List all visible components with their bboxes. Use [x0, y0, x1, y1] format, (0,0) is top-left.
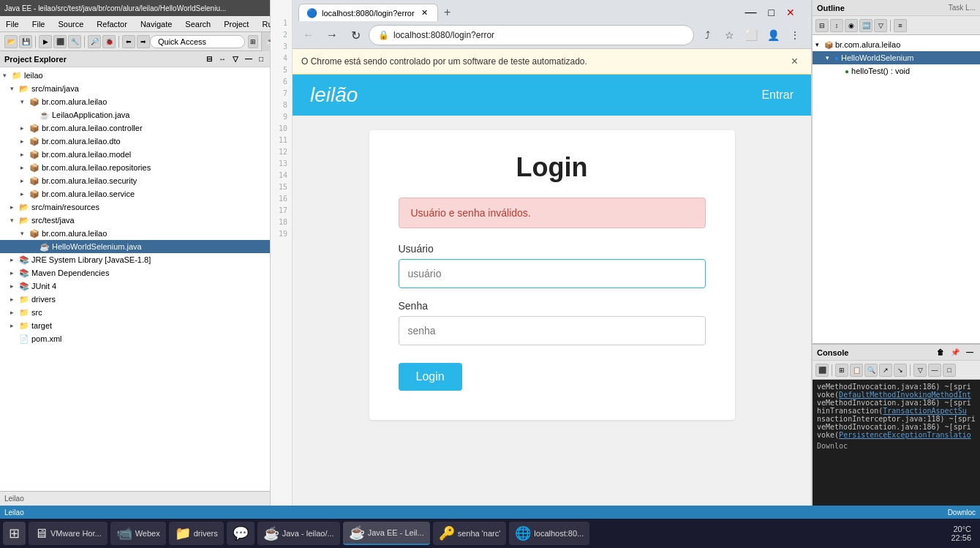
tree-item-pkg-test[interactable]: ▾ 📦 br.com.alura.leilao: [0, 227, 270, 240]
outline-tb-4[interactable]: 🔤: [859, 19, 872, 32]
menu-file[interactable]: File: [3, 19, 22, 29]
menu-source[interactable]: Source: [55, 19, 86, 29]
tree-item-pkg-service[interactable]: ▸ 📦 br.com.alura.leilao.service: [0, 187, 270, 200]
toolbar-btn-6[interactable]: 🔎: [88, 35, 101, 48]
chrome-menu-button[interactable]: ⋮: [785, 25, 805, 45]
window-minimize-icon[interactable]: —: [741, 4, 761, 20]
console-minimize-icon[interactable]: —: [964, 348, 976, 357]
console-tb-maximize[interactable]: □: [943, 364, 956, 377]
toolbar-icon-1[interactable]: ⊞: [248, 35, 258, 48]
console-link-2[interactable]: TransactionAspectSu: [883, 407, 966, 415]
link-editor-icon[interactable]: ↔: [216, 54, 228, 64]
taskbar-webex[interactable]: 📹 Webex: [110, 522, 166, 545]
menu-refactor[interactable]: Refactor: [94, 19, 130, 29]
menu-project[interactable]: Project: [221, 19, 252, 29]
account-button[interactable]: 👤: [763, 25, 783, 45]
taskbar-start[interactable]: ⊞: [3, 522, 26, 545]
taskbar-drivers[interactable]: 📁 drivers: [169, 522, 224, 545]
tree-item-pkg-root[interactable]: ▾ 📦 br.com.alura.leilao: [0, 95, 270, 108]
console-tb-5[interactable]: ↘: [894, 364, 907, 377]
address-bar[interactable]: 🔒 localhost:8080/login?error: [369, 25, 694, 45]
tree-item-target[interactable]: ▸ 📁 target: [0, 319, 270, 332]
toolbar-btn-2[interactable]: 💾: [19, 35, 32, 48]
console-tb-2[interactable]: 📋: [850, 364, 863, 377]
console-link-1[interactable]: DefaultMethodInvokingMethodInt: [839, 391, 971, 399]
toolbar-btn-7[interactable]: 🐞: [102, 35, 116, 48]
tree-item-pkg-security[interactable]: ▸ 📦 br.com.alura.leilao.security: [0, 174, 270, 187]
taskbar-java-ee-leil[interactable]: ☕ Java EE - Leil...: [343, 522, 430, 545]
browser-tab[interactable]: 🔵 localhost:8080/login?error ✕: [298, 4, 438, 21]
outline-class[interactable]: ▾ ● HelloWorldSelenium: [813, 51, 980, 64]
toolbar-btn-5[interactable]: 🔧: [68, 35, 81, 48]
console-tb-3[interactable]: 🔍: [864, 364, 878, 377]
toolbar-btn-3[interactable]: ▶: [39, 35, 52, 48]
console-tb-1[interactable]: ⊞: [835, 364, 848, 377]
tree-label-src-main-resources: src/main/resources: [31, 203, 99, 211]
tree-item-jre[interactable]: ▸ 📚 JRE System Library [JavaSE-1.8]: [0, 253, 270, 266]
console-clear-icon[interactable]: 🗑: [935, 348, 946, 357]
usuario-input[interactable]: [399, 259, 706, 288]
back-button[interactable]: ←: [298, 25, 319, 45]
forward-button[interactable]: →: [322, 25, 342, 45]
new-tab-button[interactable]: +: [438, 3, 457, 22]
view-menu-icon[interactable]: ▽: [230, 54, 241, 64]
outline-method[interactable]: ● helloTest() : void: [813, 64, 980, 78]
console-tb-6[interactable]: ▽: [913, 364, 927, 377]
tree-item-leilao[interactable]: ▾ 📁 leilao: [0, 69, 270, 82]
toolbar-btn-4[interactable]: ⬛: [53, 35, 67, 48]
bookmark-share-button[interactable]: ⤴: [697, 25, 717, 45]
senha-input[interactable]: [399, 316, 706, 345]
menu-edit[interactable]: File: [29, 19, 48, 29]
minimize-icon[interactable]: —: [243, 54, 255, 64]
tree-item-src-main-java[interactable]: ▾ 📂 src/main/java: [0, 82, 270, 95]
tree-item-pkg-model[interactable]: ▸ 📦 br.com.alura.leilao.model: [0, 148, 270, 161]
quick-access-input[interactable]: [150, 35, 245, 48]
tree-item-maven[interactable]: ▸ 📚 Maven Dependencies: [0, 266, 270, 279]
tree-item-junit[interactable]: ▸ 📚 JUnit 4: [0, 279, 270, 293]
tree-item-src-test-java[interactable]: ▾ 📂 src/test/java: [0, 214, 270, 227]
tree-label-pkg-model: br.com.alura.leilao.model: [42, 150, 131, 159]
tree-item-pkg-dto[interactable]: ▸ 📦 br.com.alura.leilao.dto: [0, 135, 270, 148]
window-close-icon[interactable]: ✕: [782, 5, 799, 20]
taskbar-vmware[interactable]: 🖥 VMware Hor...: [29, 522, 108, 545]
console-tb-minimize[interactable]: —: [928, 364, 941, 377]
toolbar-btn-1[interactable]: 📂: [4, 35, 18, 48]
menu-navigate[interactable]: Navigate: [137, 19, 175, 29]
bookmark-button[interactable]: ☆: [719, 25, 739, 45]
taskbar-java-leilao[interactable]: ☕ Java - leilao/...: [257, 522, 340, 545]
entrar-link[interactable]: Entrar: [761, 89, 794, 102]
tree-item-helloworld[interactable]: ☕ HelloWorldSelenium.java: [0, 240, 270, 253]
tree-item-drivers[interactable]: ▸ 📁 drivers: [0, 293, 270, 306]
menu-search[interactable]: Search: [182, 19, 214, 29]
tree-item-pomxml[interactable]: 📄 pom.xml: [0, 332, 270, 345]
taskbar-teams[interactable]: 💬: [227, 522, 255, 545]
tree-item-src-main-resources[interactable]: ▸ 📂 src/main/resources: [0, 200, 270, 214]
maximize-icon[interactable]: □: [257, 54, 265, 64]
login-button[interactable]: Login: [399, 363, 462, 391]
console-pin-icon[interactable]: 📌: [949, 348, 962, 357]
taskbar-senha[interactable]: 🔑 senha 'narc': [433, 522, 507, 545]
outline-tb-6[interactable]: ≡: [894, 19, 907, 32]
tree-item-leilao-application[interactable]: ☕ LeilaoApplication.java: [0, 108, 270, 121]
console-tb-4[interactable]: ↗: [879, 364, 892, 377]
tablet-mode-button[interactable]: ⬜: [741, 25, 761, 45]
collapse-all-icon[interactable]: ⊟: [204, 54, 214, 64]
tree-item-pkg-controller[interactable]: ▸ 📦 br.com.alura.leilao.controller: [0, 121, 270, 135]
toolbar-btn-8[interactable]: ⬅: [122, 35, 135, 48]
window-maximize-icon[interactable]: □: [764, 5, 779, 20]
automation-banner-close[interactable]: ×: [787, 53, 802, 70]
outline-tb-5[interactable]: ▽: [874, 19, 887, 32]
reload-button[interactable]: ↻: [345, 25, 366, 45]
outline-package[interactable]: ▾ 📦 br.com.alura.leilao: [813, 38, 980, 51]
console-link-3[interactable]: PersistenceExceptionTranslatio: [839, 431, 971, 439]
outline-tb-3[interactable]: ◉: [845, 19, 858, 32]
outline-tb-2[interactable]: ↕: [830, 19, 843, 32]
tree-item-src[interactable]: ▸ 📁 src: [0, 306, 270, 319]
tab-close-button[interactable]: ✕: [419, 7, 430, 18]
console-tb-stop[interactable]: ⬛: [815, 364, 829, 377]
tree-item-pkg-repositories[interactable]: ▸ 📦 br.com.alura.leilao.repositories: [0, 161, 270, 174]
taskbar-localhost[interactable]: 🌐 localhost:80...: [509, 522, 589, 545]
console-line-6: veMethodInvocation.java:186) ~[spri: [817, 423, 976, 431]
toolbar-btn-9[interactable]: ➡: [137, 35, 150, 48]
outline-tb-1[interactable]: ⊟: [815, 19, 829, 32]
